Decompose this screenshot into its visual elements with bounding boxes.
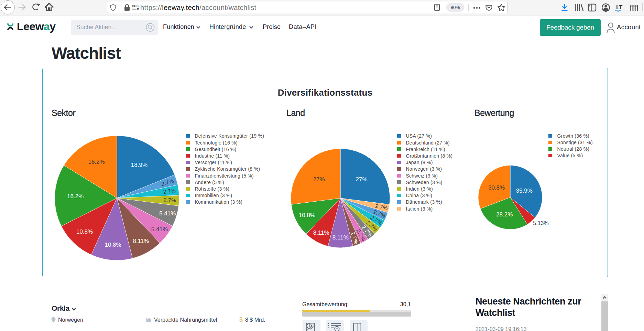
svg-text:18.9%: 18.9% bbox=[131, 162, 148, 168]
svg-text:28.2%: 28.2% bbox=[496, 211, 513, 218]
svg-text:16.2%: 16.2% bbox=[88, 159, 105, 165]
svg-text:27%: 27% bbox=[313, 176, 325, 183]
svg-text:10.8%: 10.8% bbox=[299, 212, 315, 218]
svg-text:8.11%: 8.11% bbox=[313, 229, 329, 236]
svg-text:10.8%: 10.8% bbox=[76, 228, 93, 235]
svg-text:35.9%: 35.9% bbox=[516, 188, 533, 194]
svg-text:8.11%: 8.11% bbox=[133, 238, 149, 244]
svg-text:30.8%: 30.8% bbox=[488, 184, 505, 191]
svg-text:16.2%: 16.2% bbox=[67, 193, 84, 200]
svg-text:27%: 27% bbox=[356, 176, 367, 183]
svg-text:5.13%: 5.13% bbox=[533, 220, 548, 226]
svg-text:8.11%: 8.11% bbox=[332, 234, 349, 241]
svg-text:2.7%: 2.7% bbox=[163, 197, 176, 203]
svg-text:10.8%: 10.8% bbox=[105, 242, 121, 248]
svg-text:5.41%: 5.41% bbox=[159, 210, 176, 217]
svg-text:5.41%: 5.41% bbox=[151, 226, 168, 233]
